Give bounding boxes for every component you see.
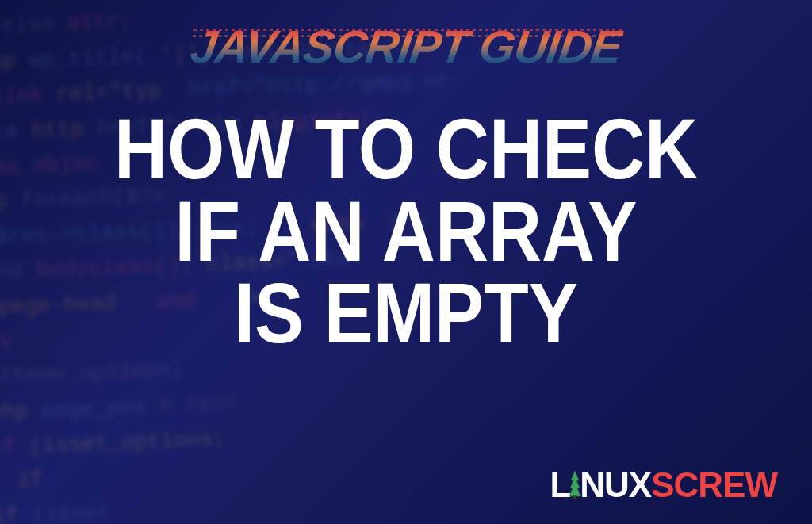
- main-title: HOW TO CHECK IF AN ARRAY IS EMPTY: [114, 108, 698, 354]
- banner-content: JAVASCRIPT GUIDE HOW TO CHECK IF AN ARRA…: [0, 0, 812, 524]
- title-line-2: IF AN ARRAY: [114, 190, 698, 273]
- title-line-1: HOW TO CHECK: [114, 108, 698, 190]
- title-line-3: IS EMPTY: [114, 272, 698, 354]
- guide-category-label: JAVASCRIPT GUIDE: [191, 24, 622, 70]
- guide-label-text: JAVASCRIPT GUIDE: [188, 24, 625, 70]
